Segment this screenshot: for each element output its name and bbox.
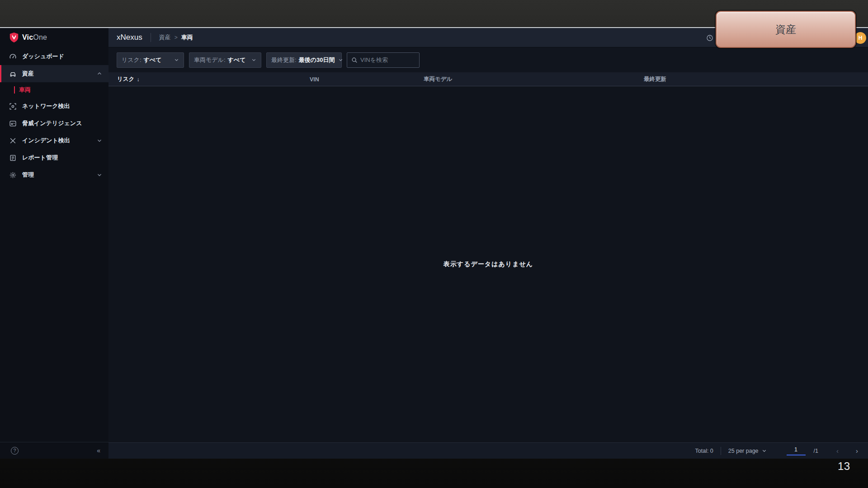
sidebar-item-assets[interactable]: 資産 bbox=[0, 65, 108, 82]
clock-icon bbox=[706, 34, 713, 42]
sidebar-footer: ? « bbox=[0, 442, 108, 459]
filter-bar: リスク: すべて 車両モデル: すべて 最終更新: 最後の30日間 bbox=[108, 47, 868, 72]
sidebar-nav: ダッシュボード 資産 車両 ネットワーク検出 bbox=[0, 47, 108, 442]
empty-state-message: 表示するデータはありません bbox=[443, 260, 533, 268]
help-icon[interactable]: ? bbox=[11, 447, 19, 455]
sidebar-item-label: ネットワーク検出 bbox=[22, 102, 70, 110]
column-header-risk[interactable]: リスク ↓ bbox=[117, 72, 139, 86]
tooltip-label: 資産 bbox=[775, 23, 796, 37]
vicone-shield-icon bbox=[9, 32, 19, 43]
column-header-vin[interactable]: VIN bbox=[310, 72, 319, 86]
sidebar-item-label: 管理 bbox=[22, 171, 34, 179]
table-header: リスク ↓ VIN 車両モデル 最終更新 bbox=[108, 72, 868, 86]
table-body-empty: 表示するデータはありません bbox=[108, 86, 868, 442]
chevron-down-icon bbox=[248, 57, 256, 62]
header-divider bbox=[151, 33, 151, 42]
threat-intel-icon bbox=[9, 120, 17, 127]
slide-page-number: 13 bbox=[838, 460, 850, 473]
sidebar: VicOne ダッシュボード 資産 車両 bbox=[0, 28, 108, 459]
app-window: VicOne ダッシュボード 資産 車両 bbox=[0, 27, 868, 459]
total-count: Total: 0 bbox=[695, 448, 713, 454]
network-scan-icon bbox=[9, 103, 17, 110]
sidebar-item-network-detection[interactable]: ネットワーク検出 bbox=[0, 98, 108, 115]
next-page-button[interactable]: › bbox=[856, 447, 858, 455]
sidebar-item-incident-detection[interactable]: インシデント検出 bbox=[0, 132, 108, 149]
chevron-down-icon bbox=[170, 57, 179, 62]
sidebar-item-threat-intelligence[interactable]: 脅威インテリジェンス bbox=[0, 115, 108, 132]
chevron-down-icon bbox=[335, 57, 343, 62]
chevron-down-icon bbox=[762, 448, 767, 453]
sidebar-item-label: 脅威インテリジェンス bbox=[22, 119, 82, 127]
sidebar-subitem-label: 車両 bbox=[19, 86, 31, 94]
sidebar-item-label: ダッシュボード bbox=[22, 52, 64, 61]
column-header-last-updated[interactable]: 最終更新 bbox=[644, 72, 666, 86]
filter-label: 車両モデル: bbox=[194, 56, 226, 64]
chevron-down-icon bbox=[97, 172, 102, 178]
sidebar-item-label: レポート管理 bbox=[22, 154, 58, 162]
brand-name: VicOne bbox=[22, 33, 47, 42]
current-page-input[interactable]: 1 bbox=[787, 446, 806, 455]
sort-desc-icon: ↓ bbox=[137, 76, 139, 83]
previous-page-button[interactable]: ‹ bbox=[836, 447, 839, 455]
pagination-bar: Total: 0 25 per page 1 /1 ‹ › bbox=[108, 442, 868, 459]
gear-icon bbox=[9, 171, 17, 179]
sidebar-item-label: インシデント検出 bbox=[22, 136, 70, 145]
sidebar-item-dashboard[interactable]: ダッシュボード bbox=[0, 48, 108, 65]
last-updated-filter-dropdown[interactable]: 最終更新: 最後の30日間 bbox=[266, 52, 342, 68]
car-icon bbox=[9, 70, 17, 78]
report-icon bbox=[9, 154, 17, 162]
chevron-down-icon bbox=[97, 138, 102, 143]
main-area: xNexus 資産 > 車両 2 H リスク: すべて 車両モデル: すべて bbox=[108, 28, 868, 459]
breadcrumb-current-page: 車両 bbox=[181, 33, 193, 42]
sidebar-item-report-management[interactable]: レポート管理 bbox=[0, 149, 108, 166]
page-total: /1 bbox=[814, 448, 818, 454]
dashboard-gauge-icon bbox=[9, 53, 17, 61]
sidebar-subitem-vehicles[interactable]: 車両 bbox=[0, 82, 108, 98]
page-size-selector[interactable]: 25 per page bbox=[728, 448, 767, 454]
vin-search-box bbox=[347, 52, 420, 68]
pagination-divider bbox=[721, 447, 721, 455]
filter-label: 最終更新: bbox=[271, 56, 297, 64]
vehicle-model-filter-dropdown[interactable]: 車両モデル: すべて bbox=[189, 52, 261, 68]
incident-x-icon bbox=[9, 137, 17, 145]
search-icon bbox=[351, 57, 358, 63]
risk-filter-dropdown[interactable]: リスク: すべて bbox=[117, 52, 184, 68]
sidebar-item-label: 資産 bbox=[22, 70, 34, 78]
assets-tooltip: 資産 bbox=[716, 11, 856, 48]
filter-value: すべて bbox=[228, 56, 246, 64]
brand-logo: VicOne bbox=[0, 28, 108, 47]
filter-value: 最後の30日間 bbox=[299, 56, 335, 64]
sidebar-item-admin[interactable]: 管理 bbox=[0, 166, 108, 183]
breadcrumb-section[interactable]: 資産 bbox=[159, 33, 171, 42]
chevron-up-icon bbox=[97, 71, 102, 76]
vin-search-input[interactable] bbox=[360, 56, 415, 63]
user-avatar[interactable]: H bbox=[854, 32, 866, 44]
active-indicator-bar bbox=[14, 86, 15, 94]
filter-label: リスク: bbox=[122, 56, 142, 64]
column-header-vehicle-model[interactable]: 車両モデル bbox=[424, 72, 452, 86]
collapse-sidebar-icon[interactable]: « bbox=[97, 447, 100, 454]
app-title: xNexus bbox=[117, 33, 142, 42]
breadcrumb-separator: > bbox=[175, 34, 178, 41]
filter-value: すべて bbox=[144, 56, 162, 64]
